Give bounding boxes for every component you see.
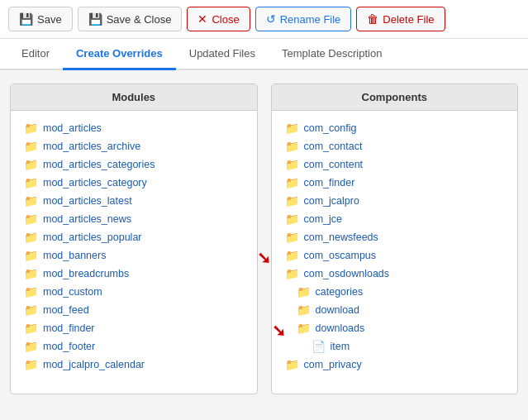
tabs: Editor Create Overrides Updated Files Te… xyxy=(0,39,528,70)
component-item[interactable]: 📁com_privacy xyxy=(282,356,508,374)
delete-file-label: Delete File xyxy=(383,13,434,26)
module-item[interactable]: 📁mod_articles_popular xyxy=(21,228,247,246)
rename-button[interactable]: ↺ Rename File xyxy=(255,7,352,31)
component-item[interactable]: 📁com_jce xyxy=(282,210,508,228)
component-item[interactable]: 📄item xyxy=(282,337,508,356)
component-item-wrapper: 📁com_privacy xyxy=(282,356,508,374)
components-header: Components xyxy=(272,84,518,111)
component-item[interactable]: 📁com_oscampus xyxy=(282,246,508,265)
folder-icon: 📁 xyxy=(24,212,38,226)
file-icon: 📁 xyxy=(297,285,311,298)
folder-icon: 📁 xyxy=(24,303,38,317)
rename-label: Rename File xyxy=(280,13,341,26)
component-item-wrapper: ➘📁com_oscampus xyxy=(282,246,508,265)
folder-icon: 📁 xyxy=(24,140,38,153)
component-item-wrapper: 📁com_config xyxy=(282,119,508,137)
save-icon: 💾 xyxy=(19,12,33,26)
tab-template-description[interactable]: Template Description xyxy=(269,39,395,70)
component-item-wrapper: 📁download xyxy=(282,301,508,319)
module-item[interactable]: 📁mod_jcalpro_calendar xyxy=(21,356,247,374)
folder-icon: 📁 xyxy=(24,285,38,298)
arrow-indicator: ➘ xyxy=(257,248,271,268)
component-item-wrapper: 📁com_jcalpro xyxy=(282,192,508,210)
module-item[interactable]: 📁mod_articles_archive xyxy=(21,137,247,155)
file-icon: 📄 xyxy=(312,340,326,353)
component-item[interactable]: 📁com_jcalpro xyxy=(282,192,508,210)
module-item[interactable]: 📁mod_banners xyxy=(21,246,247,265)
file-icon: 📁 xyxy=(297,322,311,335)
folder-icon: 📁 xyxy=(24,358,38,371)
component-item-wrapper: 📁com_jce xyxy=(282,210,508,228)
component-item[interactable]: 📁download xyxy=(282,301,508,319)
component-item[interactable]: 📁categories xyxy=(282,283,508,301)
module-item[interactable]: 📁mod_breadcrumbs xyxy=(21,265,247,283)
component-item[interactable]: 📁com_contact xyxy=(282,137,508,155)
component-item[interactable]: 📁com_content xyxy=(282,155,508,174)
folder-icon: 📁 xyxy=(285,176,299,189)
component-item[interactable]: 📁com_newsfeeds xyxy=(282,228,508,246)
main-content: Modules 📁mod_articles📁mod_articles_archi… xyxy=(0,70,528,408)
folder-icon: 📁 xyxy=(24,194,38,208)
folder-icon: 📁 xyxy=(285,249,299,262)
modules-header: Modules xyxy=(11,84,257,111)
module-item[interactable]: 📁mod_articles_latest xyxy=(21,192,247,210)
folder-icon: 📁 xyxy=(285,158,299,171)
folder-icon: 📁 xyxy=(285,212,299,226)
module-item[interactable]: 📁mod_feed xyxy=(21,301,247,319)
modules-body: 📁mod_articles📁mod_articles_archive📁mod_a… xyxy=(11,111,257,382)
component-item-wrapper: 📁com_newsfeeds xyxy=(282,228,508,246)
tab-updated-files[interactable]: Updated Files xyxy=(176,39,269,70)
module-item[interactable]: 📁mod_articles_categories xyxy=(21,155,247,174)
folder-icon: 📁 xyxy=(285,122,299,135)
component-item[interactable]: 📁com_osdownloads xyxy=(282,265,508,283)
component-item-wrapper: 📁com_contact xyxy=(282,137,508,155)
module-item[interactable]: 📁mod_articles xyxy=(21,119,247,137)
folder-icon: 📁 xyxy=(24,122,38,135)
save-close-label: Save & Close xyxy=(107,13,172,26)
module-item[interactable]: 📁mod_articles_news xyxy=(21,210,247,228)
module-item[interactable]: 📁mod_finder xyxy=(21,319,247,337)
component-item-wrapper: 📁com_content xyxy=(282,155,508,174)
component-item-wrapper: 📄item xyxy=(282,337,508,356)
folder-icon: 📁 xyxy=(24,249,38,262)
component-item-wrapper: ➘📁downloads xyxy=(282,319,508,337)
save-close-icon: 💾 xyxy=(88,12,102,26)
module-item[interactable]: 📁mod_articles_category xyxy=(21,174,247,192)
component-item-wrapper: 📁com_finder xyxy=(282,174,508,192)
folder-icon: 📁 xyxy=(285,267,299,280)
component-item-wrapper: 📁categories xyxy=(282,283,508,301)
save-label: Save xyxy=(37,13,62,26)
save-close-button[interactable]: 💾 Save & Close xyxy=(78,7,183,31)
folder-icon: 📁 xyxy=(285,140,299,153)
close-label: Close xyxy=(212,13,239,26)
toolbar: 💾 Save 💾 Save & Close ✕ Close ↺ Rename F… xyxy=(0,0,528,39)
folder-icon: 📁 xyxy=(285,194,299,208)
folder-icon: 📁 xyxy=(24,231,38,244)
close-icon: ✕ xyxy=(197,12,207,26)
rename-icon: ↺ xyxy=(266,12,276,26)
folder-icon: 📁 xyxy=(285,358,299,371)
folder-icon: 📁 xyxy=(24,158,38,171)
tab-create-overrides[interactable]: Create Overrides xyxy=(63,39,176,70)
modules-panel: Modules 📁mod_articles📁mod_articles_archi… xyxy=(10,84,258,394)
components-panel: Components 📁com_config📁com_contact📁com_c… xyxy=(271,84,519,394)
close-button[interactable]: ✕ Close xyxy=(187,7,250,31)
folder-icon: 📁 xyxy=(24,176,38,189)
module-item[interactable]: 📁mod_custom xyxy=(21,283,247,301)
components-body: 📁com_config📁com_contact📁com_content📁com_… xyxy=(272,111,518,382)
folder-icon: 📁 xyxy=(24,267,38,280)
component-item[interactable]: 📁downloads xyxy=(282,319,508,337)
component-item[interactable]: 📁com_config xyxy=(282,119,508,137)
tab-editor[interactable]: Editor xyxy=(8,39,63,70)
delete-icon: 🗑 xyxy=(367,12,378,26)
folder-icon: 📁 xyxy=(24,322,38,335)
folder-icon: 📁 xyxy=(24,340,38,353)
delete-button[interactable]: 🗑 Delete File xyxy=(356,7,445,31)
component-item[interactable]: 📁com_finder xyxy=(282,174,508,192)
module-item[interactable]: 📁mod_footer xyxy=(21,337,247,356)
file-icon: 📁 xyxy=(297,303,311,317)
folder-icon: 📁 xyxy=(285,231,299,244)
component-item-wrapper: 📁com_osdownloads xyxy=(282,265,508,283)
save-button[interactable]: 💾 Save xyxy=(8,7,73,31)
